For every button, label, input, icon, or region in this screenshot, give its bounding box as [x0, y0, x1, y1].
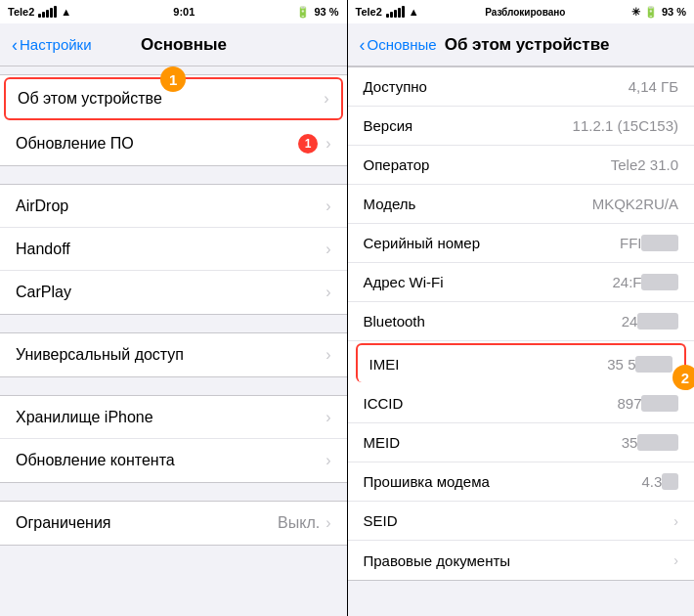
row-imei: IMEI 35 5	[356, 343, 687, 382]
value-modem: 4.3	[491, 473, 679, 490]
rbar3	[394, 10, 397, 18]
row-iccid: ICCID 897	[348, 384, 695, 423]
value-bluetooth-addr: 24	[491, 313, 679, 330]
carrier-left: Tele2	[8, 6, 34, 18]
chevron-content-update: ›	[325, 452, 330, 469]
value-wifi-addr: 24:F	[491, 274, 679, 290]
battery-icon-left: 🔋	[296, 6, 310, 19]
row-meid: MEID 35	[348, 423, 695, 462]
chevron-handoff: ›	[325, 241, 330, 258]
rbar5	[402, 6, 405, 18]
row-modem: Прошивка модема 4.3	[348, 462, 695, 502]
label-operator: Оператор	[364, 156, 491, 173]
row-about[interactable]: 1 Об этом устройстве ›	[4, 77, 343, 120]
rbar2	[390, 12, 393, 18]
gap-5	[0, 546, 347, 563]
label-restrictions: Ограничения	[16, 514, 278, 532]
battery-pct-left: 93 %	[314, 6, 338, 18]
badge-software-update: 1	[298, 134, 318, 154]
right-panel: Tele2 ▲ Разблокировано ✳ 🔋 93 % ‹ Основн…	[348, 0, 695, 616]
label-bluetooth-addr: Bluetooth	[364, 313, 491, 330]
value-model: MKQK2RU/A	[491, 196, 679, 212]
row-carplay[interactable]: CarPlay ›	[0, 271, 347, 314]
status-left: Tele2 ▲	[8, 6, 71, 18]
label-imei: IMEI	[369, 356, 497, 373]
label-model: Модель	[364, 196, 491, 212]
chevron-restrictions: ›	[325, 514, 330, 532]
label-storage: Хранилище iPhone	[16, 409, 325, 426]
wifi-icon-right: ▲	[409, 6, 419, 18]
label-meid: MEID	[364, 434, 491, 451]
gap-4	[0, 483, 347, 501]
back-button-right[interactable]: ‹ Основные	[360, 36, 437, 54]
row-restrictions[interactable]: Ограничения Выкл. ›	[0, 502, 347, 545]
nav-title-right: Об этом устройстве	[445, 35, 610, 55]
bar5	[54, 6, 57, 18]
gap-3	[0, 377, 347, 395]
row-storage[interactable]: Хранилище iPhone ›	[0, 396, 347, 439]
row-legal[interactable]: Правовые документы ›	[348, 541, 695, 580]
imei-redacted	[635, 356, 672, 373]
value-serial: FFI	[491, 235, 679, 251]
row-wifi-addr: Адрес Wi-Fi 24:F	[348, 263, 695, 302]
back-label-right: Основные	[368, 36, 437, 53]
bar3	[46, 10, 49, 18]
section-storage: Хранилище iPhone › Обновление контента ›	[0, 395, 347, 483]
label-about: Об этом устройстве	[18, 90, 324, 108]
status-right-left: 🔋 93 %	[296, 6, 338, 19]
label-carplay: CarPlay	[16, 284, 325, 301]
bar2	[42, 12, 45, 18]
modem-redacted	[662, 473, 678, 490]
signal-bars-left	[38, 6, 57, 18]
chevron-airdrop: ›	[325, 198, 330, 215]
row-seid[interactable]: SEID ›	[348, 502, 695, 541]
chevron-carplay: ›	[325, 284, 330, 301]
label-wifi-addr: Адрес Wi-Fi	[364, 274, 491, 290]
label-seid: SEID	[364, 512, 491, 529]
gap-2	[0, 315, 347, 332]
row-airdrop[interactable]: AirDrop ›	[0, 185, 347, 228]
chevron-accessibility: ›	[325, 346, 330, 364]
label-serial: Серийный номер	[364, 235, 491, 251]
chevron-software-update: ›	[325, 135, 330, 153]
section-top: 1 Об этом устройстве › Обновление ПО 1 ›	[0, 74, 347, 166]
left-panel: Tele2 ▲ 9:01 🔋 93 % ‹ Настройки Основные	[0, 0, 347, 616]
status-bar-right: Tele2 ▲ Разблокировано ✳ 🔋 93 %	[348, 0, 695, 23]
rbar1	[386, 14, 389, 18]
carrier-right: Tele2	[356, 6, 382, 18]
label-modem: Прошивка модема	[364, 473, 491, 490]
row-serial: Серийный номер FFI	[348, 224, 695, 263]
row-accessibility[interactable]: Универсальный доступ ›	[0, 333, 347, 376]
value-available: 4,14 ГБ	[491, 78, 679, 95]
bluetooth-icon: ✳	[631, 6, 640, 19]
detail-section-main: Доступно 4,14 ГБ Версия 11.2.1 (15C153) …	[348, 66, 695, 581]
section-accessibility: Универсальный доступ ›	[0, 332, 347, 377]
value-imei: 35 5	[497, 356, 673, 373]
row-content-update[interactable]: Обновление контента ›	[0, 439, 347, 482]
section-connectivity: AirDrop › Handoff › CarPlay ›	[0, 184, 347, 315]
status-right-right: ✳ 🔋 93 %	[631, 6, 686, 19]
value-version: 11.2.1 (15C153)	[491, 117, 679, 134]
label-legal: Правовые документы	[364, 552, 511, 569]
row-version: Версия 11.2.1 (15C153)	[348, 107, 695, 146]
step-badge-1: 1	[160, 66, 186, 92]
row-software-update[interactable]: Обновление ПО 1 ›	[0, 122, 347, 165]
iccid-redacted	[641, 395, 678, 412]
row-handoff[interactable]: Handoff ›	[0, 228, 347, 271]
wifi-icon-left: ▲	[61, 6, 71, 18]
time-left: 9:01	[173, 6, 195, 18]
section-restrictions: Ограничения Выкл. ›	[0, 501, 347, 546]
value-iccid: 897	[491, 395, 679, 412]
chevron-legal: ›	[673, 552, 678, 568]
nav-bar-right: ‹ Основные Об этом устройстве	[348, 23, 695, 66]
label-version: Версия	[364, 117, 491, 134]
status-left-right: Tele2 ▲	[356, 6, 419, 18]
chevron-storage: ›	[325, 409, 330, 426]
meid-redacted	[637, 434, 678, 451]
imei-container: IMEI 35 5 2	[352, 343, 691, 382]
row-available: Доступно 4,14 ГБ	[348, 67, 695, 107]
label-handoff: Handoff	[16, 241, 325, 258]
label-accessibility: Универсальный доступ	[16, 346, 325, 364]
back-chevron-left: ‹	[12, 36, 18, 54]
signal-bars-right	[386, 6, 405, 18]
